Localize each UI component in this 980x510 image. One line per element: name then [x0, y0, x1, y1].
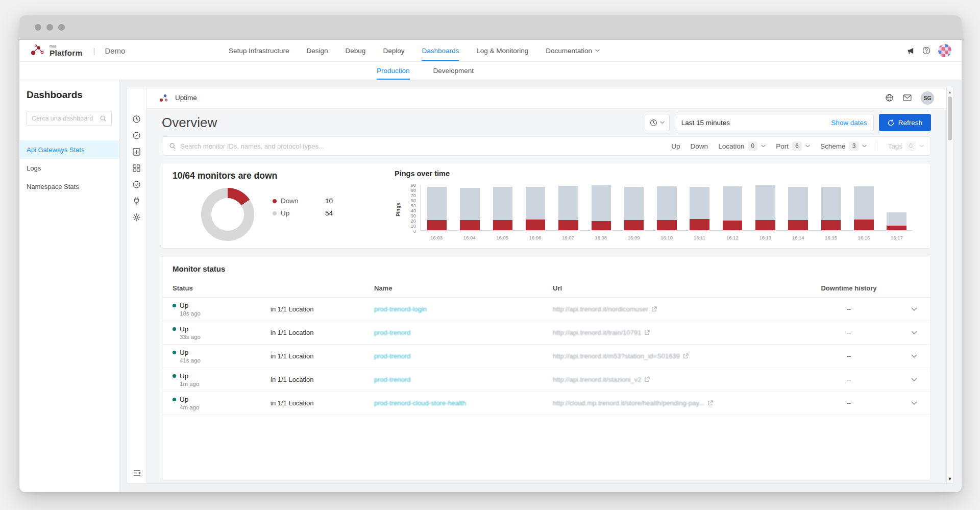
monitor-name-link[interactable]: prod-trenord [374, 352, 553, 360]
tab-development[interactable]: Development [433, 62, 474, 80]
grid-icon[interactable] [132, 164, 141, 173]
nav-item-documentation[interactable]: Documentation [546, 40, 600, 61]
window-control-zoom[interactable] [58, 24, 65, 31]
time-mode-dropdown[interactable] [645, 114, 670, 131]
monitor-status-cell: Up 4m ago [173, 396, 249, 410]
window-control-close[interactable] [35, 24, 41, 31]
sidebar-title: Dashboards [27, 89, 112, 101]
bar-16:10 [650, 185, 683, 230]
monitor-status: Up [173, 396, 249, 403]
scrollbar-thumb[interactable] [948, 96, 952, 140]
brand-text: mia Platform [50, 44, 82, 57]
status-label: Up [180, 349, 188, 356]
nav-item-deploy[interactable]: Deploy [383, 40, 404, 61]
scroll-down-arrow[interactable]: ▼ [947, 475, 953, 482]
nav-item-debug[interactable]: Debug [346, 40, 366, 61]
feedback-megaphone-icon[interactable] [907, 47, 915, 55]
compass-icon[interactable] [132, 131, 141, 140]
row-expand-chevron[interactable] [910, 354, 920, 358]
mia-platform-brand[interactable]: mia Platform | Demo [30, 44, 125, 57]
monitor-location: in 1/1 Location [249, 305, 374, 313]
nav-item-design[interactable]: Design [307, 40, 328, 61]
check-circle-icon[interactable] [132, 180, 141, 189]
window-control-minimize[interactable] [46, 24, 53, 31]
filter-scheme-dropdown[interactable]: Scheme 3 [820, 141, 867, 151]
pings-yaxis: 9080706050403020100 [403, 185, 416, 231]
sidebar-item-namespace-stats[interactable]: Namespace Stats [19, 177, 119, 196]
nav-item-dashboards[interactable]: Dashboards [422, 40, 459, 61]
monitor-name-link[interactable]: prod-trenord-cloud-store-health [374, 399, 553, 407]
table-row[interactable]: Up 41s ago in 1/1 Location prod-trenord … [162, 345, 930, 368]
xlabel-16:06: 16:06 [519, 235, 551, 242]
xlabel-16:08: 16:08 [584, 235, 617, 242]
xlabel-16:13: 16:13 [749, 235, 781, 242]
filter-tags-dropdown[interactable]: Tags 0 [888, 141, 924, 151]
nav-item-setup-infrastructure[interactable]: Setup Infrastructure [229, 40, 289, 61]
monitor-url: http://api.trenord.it/m53?station_id=S01… [553, 352, 680, 360]
bar-up-segment [755, 185, 775, 220]
row-expand-chevron[interactable] [910, 307, 920, 311]
status-ago: 18s ago [173, 310, 249, 317]
plug-icon[interactable] [132, 197, 141, 205]
history-icon[interactable] [132, 115, 141, 124]
row-expand-chevron[interactable] [910, 331, 920, 335]
refresh-button[interactable]: Refresh [879, 114, 931, 131]
filter-down[interactable]: Down [691, 142, 708, 150]
dashboard-search-input[interactable] [32, 115, 100, 122]
gear-icon[interactable] [132, 213, 141, 222]
table-row[interactable]: Up 1m ago in 1/1 Location prod-trenord h… [162, 368, 930, 392]
monitor-url-link[interactable]: http://api.trenord.it/stazioni_v2 [553, 376, 788, 383]
monitor-url-link[interactable]: http://api.trenord.it/train/10791 [553, 329, 788, 336]
table-row[interactable]: Up 33s ago in 1/1 Location prod-trenord … [162, 321, 930, 345]
chart-icon[interactable] [132, 148, 141, 156]
collapse-icon[interactable] [127, 470, 146, 476]
monitor-name-link[interactable]: prod-trenord [374, 376, 553, 383]
legend-up-label: Up [281, 209, 289, 217]
brand-divider: | [93, 46, 95, 55]
help-icon[interactable] [922, 46, 930, 55]
scroll-up-arrow[interactable]: ▲ [947, 88, 953, 95]
downtime-value: -- [788, 376, 910, 383]
mail-icon[interactable] [903, 94, 912, 101]
monitor-search-input[interactable] [180, 142, 671, 150]
show-dates-link[interactable]: Show dates [831, 119, 867, 127]
tab-production[interactable]: Production [377, 62, 410, 80]
filter-location-label: Location [718, 142, 744, 150]
monitor-status: Up [173, 302, 249, 309]
bar-up-segment [723, 186, 743, 221]
bar-up-segment [427, 187, 447, 220]
filter-up[interactable]: Up [671, 142, 680, 150]
row-expand-chevron[interactable] [910, 378, 920, 382]
bar-down-segment [854, 220, 874, 230]
legend-up: Up 54 [273, 209, 333, 217]
monitor-name-link[interactable]: prod-trenord-login [374, 305, 553, 313]
molecule-logo [159, 93, 168, 103]
nav-item-log-monitoring[interactable]: Log & Monitoring [476, 40, 528, 61]
bar-16:12 [716, 185, 749, 230]
chevron-down-icon [660, 121, 665, 124]
bar-up-segment [493, 187, 513, 220]
chevron-down-icon [919, 144, 924, 148]
filter-location-dropdown[interactable]: Location 0 [718, 141, 766, 151]
sidebar-item-api-gateways-stats[interactable]: Api Gateways Stats [19, 140, 119, 159]
row-expand-chevron[interactable] [910, 401, 920, 405]
xlabel-16:07: 16:07 [552, 235, 584, 242]
monitor-url-link[interactable]: http://api.trenord.it/m53?station_id=S01… [553, 352, 788, 360]
avatar[interactable]: SG [921, 91, 934, 105]
monitor-search[interactable] [169, 142, 671, 150]
table-row[interactable]: Up 18s ago in 1/1 Location prod-trenord-… [162, 298, 930, 321]
globe-icon[interactable] [885, 93, 894, 102]
dashboard-search[interactable] [27, 111, 112, 126]
user-avatar[interactable] [938, 44, 951, 57]
search-icon [100, 115, 107, 122]
filter-port-dropdown[interactable]: Port 6 [776, 141, 810, 151]
monitor-name-link[interactable]: prod-trenord [374, 329, 553, 336]
time-range-control[interactable]: Last 15 minutes Show dates [675, 114, 874, 131]
pings-plot [420, 185, 913, 231]
monitor-url-link[interactable]: http://cloud.mp.trenord.it/store/health/… [553, 399, 788, 407]
table-row[interactable]: Up 4m ago in 1/1 Location prod-trenord-c… [162, 392, 930, 415]
bar-down-segment [624, 220, 644, 230]
bar-up-segment [657, 186, 677, 220]
sidebar-item-logs[interactable]: Logs [19, 159, 119, 177]
monitor-url-link[interactable]: http://api.trenord.it/nordicomuser [553, 305, 788, 313]
